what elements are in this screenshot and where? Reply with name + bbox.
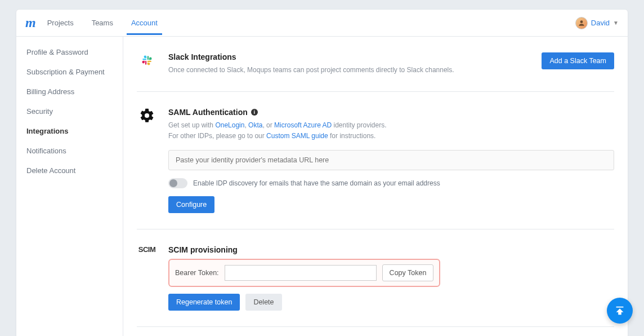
saml-desc-line1: Get set up with OneLogin, Okta, or Micro…	[168, 120, 614, 131]
svg-point-0	[580, 20, 583, 23]
content: Slack Integrations Once connected to Sla…	[123, 37, 628, 336]
idp-discovery-toggle[interactable]	[168, 178, 187, 188]
svg-rect-2	[142, 59, 146, 60]
svg-rect-1	[145, 61, 146, 65]
saml-metadata-url-input[interactable]	[168, 150, 614, 170]
chevron-down-icon: ▼	[613, 20, 619, 26]
section-slack: Slack Integrations Once connected to Sla…	[137, 48, 614, 92]
logo[interactable]: m	[25, 15, 36, 30]
sidebar-item-delete[interactable]: Delete Account	[16, 161, 123, 180]
section-saml: SAML Authentication i Get set up with On…	[137, 103, 614, 229]
link-azure[interactable]: Microsoft Azure AD	[274, 121, 332, 129]
slack-title: Slack Integrations	[168, 52, 530, 61]
delete-token-button[interactable]: Delete	[245, 294, 281, 311]
top-nav: Projects Teams Account	[47, 11, 575, 35]
idp-toggle-label: Enable IDP discovery for emails that hav…	[193, 179, 440, 187]
link-saml-guide[interactable]: Custom SAML guide	[266, 132, 328, 140]
info-icon[interactable]: i	[251, 109, 258, 116]
regenerate-token-button[interactable]: Regenerate token	[168, 294, 240, 311]
link-okta[interactable]: Okta	[248, 121, 262, 129]
saml-desc-line2: For other IDPs, please go to our Custom …	[168, 131, 614, 142]
sidebar-item-billing[interactable]: Billing Address	[16, 82, 123, 101]
nav-teams[interactable]: Teams	[92, 11, 113, 35]
scroll-top-fab[interactable]	[607, 298, 633, 324]
sidebar-item-notifications[interactable]: Notifications	[16, 141, 123, 161]
user-name: David	[591, 19, 610, 27]
sidebar-item-integrations[interactable]: Integrations	[16, 121, 123, 141]
topbar: m Projects Teams Account David ▼	[16, 10, 628, 37]
link-onelogin[interactable]: OneLogin	[215, 121, 244, 129]
svg-rect-3	[147, 56, 149, 60]
bearer-token-input[interactable]	[225, 265, 377, 281]
user-menu[interactable]: David ▼	[575, 17, 619, 29]
avatar-icon	[575, 17, 588, 29]
gear-icon	[137, 108, 157, 213]
scim-token-box: Bearer Token: Copy Token	[168, 259, 440, 287]
add-slack-team-button[interactable]: Add a Slack Team	[542, 52, 614, 69]
sidebar-item-subscription[interactable]: Subscription & Payment	[16, 62, 123, 82]
sidebar-item-profile[interactable]: Profile & Password	[16, 42, 123, 62]
configure-button[interactable]: Configure	[168, 196, 214, 213]
bearer-token-label: Bearer Token:	[175, 269, 219, 277]
saml-title: SAML Authentication	[168, 108, 248, 117]
svg-rect-4	[147, 61, 151, 62]
nav-account[interactable]: Account	[131, 11, 158, 35]
scim-icon: SCIM	[137, 245, 157, 311]
app-window: m Projects Teams Account David ▼ Profile…	[16, 9, 628, 336]
slack-icon	[137, 52, 157, 76]
sidebar: Profile & Password Subscription & Paymen…	[16, 37, 123, 336]
slack-desc: Once connected to Slack, Moqups teams ca…	[168, 65, 530, 76]
arrow-up-icon	[614, 304, 626, 317]
copy-token-button[interactable]: Copy Token	[382, 264, 434, 281]
sidebar-item-security[interactable]: Security	[16, 101, 123, 121]
nav-projects[interactable]: Projects	[47, 11, 74, 35]
body: Profile & Password Subscription & Paymen…	[16, 37, 628, 336]
scim-title: SCIM provisioning	[168, 245, 614, 254]
section-scim: SCIM SCIM provisioning Bearer Token: Cop…	[137, 241, 614, 327]
